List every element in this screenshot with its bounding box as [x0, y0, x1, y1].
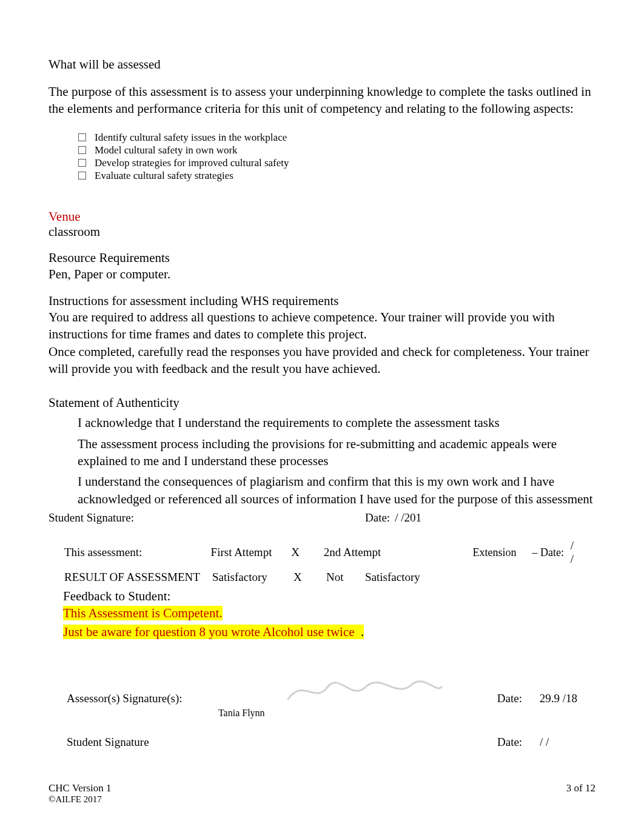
cell-satisfactory-2: Satisfactory: [365, 571, 474, 584]
bullet-item: 🞎 Develop strategies for improved cultur…: [78, 156, 595, 169]
date-value: / /201: [395, 511, 421, 525]
bullet-text: Identify cultural safety issues in the w…: [95, 131, 287, 144]
soa-list: I acknowledge that I understand the requ…: [49, 414, 595, 508]
student-signature-row-2: Student Signature Date: / /: [67, 720, 577, 765]
cell-x: X: [293, 571, 324, 584]
cell-date-label: – Date:: [532, 546, 568, 559]
bullet-icon: 🞎: [78, 132, 95, 144]
signature-scribble-icon: [285, 675, 443, 706]
assessor-name: Tania Flynn: [218, 708, 265, 719]
page-footer: CHC Version 1 ©AILFE 2017 3 of 12: [49, 782, 595, 805]
assessor-signature-row: Assessor(s) Signature(s): Tania Flynn Da…: [67, 677, 577, 720]
heading-resources: Resource Requirements: [49, 250, 595, 266]
section-resources: Resource Requirements Pen, Paper or comp…: [49, 250, 595, 283]
bullet-icon: 🞎: [78, 170, 95, 182]
bullet-icon: 🞎: [78, 158, 95, 169]
assessor-signature-block: Assessor(s) Signature(s): Tania Flynn Da…: [52, 677, 592, 765]
heading-what-assessed: What will be assessed: [49, 55, 595, 75]
assessment-grid: This assessment: First Attempt X 2nd Att…: [49, 537, 595, 765]
bullet-item: 🞎 Identify cultural safety issues in the…: [78, 131, 595, 144]
section-what-assessed: What will be assessed The purpose of thi…: [49, 55, 595, 195]
assessor-signature-area: Tania Flynn: [218, 679, 497, 719]
bullet-text: Develop strategies for improved cultural…: [95, 156, 289, 169]
heading-soa: Statement of Authenticity: [49, 395, 595, 411]
feedback-line-1: This Assessment is Competent.: [63, 606, 223, 620]
bullet-list: 🞎 Identify cultural safety issues in the…: [49, 118, 595, 195]
assessor-signature-label: Assessor(s) Signature(s):: [67, 692, 218, 705]
student-signature-area: [218, 722, 497, 762]
cell-extension: Extension: [472, 546, 529, 559]
cell-first-attempt: First Attempt: [211, 546, 289, 559]
date-label: Date:: [497, 692, 540, 705]
soa-item: The assessment process including the pro…: [78, 435, 595, 470]
instructions-p1: You are required to address all question…: [49, 309, 595, 343]
feedback-block: Feedback to Student: This Assessment is …: [52, 586, 592, 658]
feedback-dot-mark: .: [361, 625, 364, 639]
body-what-assessed: The purpose of this assessment is to ass…: [49, 75, 595, 118]
instructions-p2: Once completed, carefully read the respo…: [49, 343, 595, 378]
student-signature-row: Student Signature: Date: / /201: [49, 511, 595, 525]
soa-item: I acknowledge that I understand the requ…: [78, 414, 595, 431]
assessment-row-attempt: This assessment: First Attempt X 2nd Att…: [52, 537, 592, 568]
footer-version: CHC Version 1: [49, 782, 112, 794]
student-signature-label-2: Student Signature: [67, 736, 218, 749]
cell-x: X: [291, 546, 321, 559]
cell-label: RESULT OF ASSESSMENT: [64, 571, 210, 584]
cell-2nd-attempt: 2nd Attempt: [324, 546, 396, 559]
heading-instructions: Instructions for assessment including WH…: [49, 293, 595, 309]
bullet-icon: 🞎: [78, 145, 95, 156]
date-label: Date:: [365, 511, 390, 525]
date-label: Date:: [497, 736, 540, 749]
date-value: 29.9 /18: [540, 692, 577, 705]
bullet-text: Model cultural safety in own work: [95, 144, 238, 156]
bullet-item: 🞎 Evaluate cultural safety strategies: [78, 169, 595, 182]
assessment-row-result: RESULT OF ASSESSMENT Satisfactory X Not …: [52, 568, 592, 586]
student-signature-label: Student Signature:: [49, 511, 365, 525]
cell-satisfactory: Satisfactory: [212, 571, 291, 584]
bullet-item: 🞎 Model cultural safety in own work: [78, 144, 595, 156]
cell-label: This assessment:: [64, 546, 209, 559]
soa-item: I understand the consequences of plagiar…: [78, 473, 595, 508]
feedback-label: Feedback to Student:: [63, 589, 581, 604]
section-instructions: Instructions for assessment including WH…: [49, 293, 595, 377]
date-value: / /: [540, 736, 549, 749]
resources-value: Pen, Paper or computer.: [49, 266, 595, 283]
footer-copyright: ©AILFE 2017: [49, 794, 112, 805]
cell-date-value: / /: [571, 539, 580, 566]
venue-value: classroom: [49, 224, 595, 240]
footer-page-number: 3 of 12: [566, 782, 595, 805]
venue-label: Venue: [49, 209, 595, 224]
feedback-line-2: Just be aware for question 8 you wrote A…: [63, 625, 355, 639]
feedback-dot: [355, 625, 361, 639]
bullet-text: Evaluate cultural safety strategies: [95, 169, 233, 182]
cell-not: Not: [326, 571, 363, 584]
